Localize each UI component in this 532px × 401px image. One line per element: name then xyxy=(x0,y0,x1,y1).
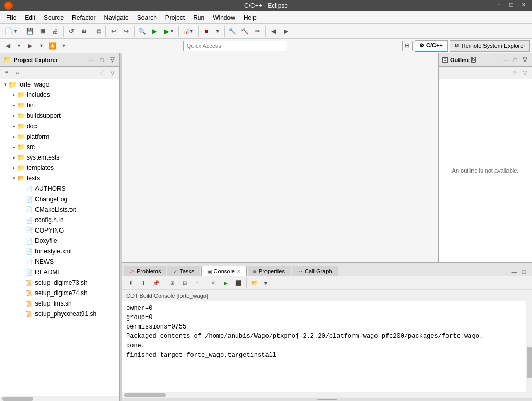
clear-btn[interactable]: ✕ xyxy=(208,277,219,289)
tree-item-copying[interactable]: ▸ 📄 COPYING xyxy=(0,225,119,236)
tree-item-readme[interactable]: ▸ 📄 README xyxy=(0,267,119,277)
tree-item-setup73[interactable]: ▸ 📜 setup_digime73.sh xyxy=(0,277,119,288)
console-maximize-btn[interactable]: □ xyxy=(519,268,528,276)
zoom-in-button[interactable]: 🔍 xyxy=(137,26,148,37)
redo-button[interactable]: ↪ xyxy=(120,26,132,37)
console-output[interactable]: owner=0 group=0 permissions=0755 Package… xyxy=(122,301,526,392)
new-button[interactable]: 📄▼ xyxy=(2,26,20,37)
tree-item-src[interactable]: ▸ 📁 src xyxy=(0,142,119,152)
menu-search[interactable]: Search xyxy=(133,11,161,23)
tools-button3[interactable]: ✏ xyxy=(252,26,263,37)
tab-tasks[interactable]: ✓ Tasks xyxy=(167,266,200,276)
maximize-panel-button[interactable]: □ xyxy=(98,56,106,64)
up-dropdown[interactable]: ▼ xyxy=(59,40,68,52)
back-history-button[interactable]: ◁ xyxy=(98,68,107,78)
minimize-button[interactable]: − xyxy=(494,1,503,8)
console-btn2[interactable]: ⊟ xyxy=(179,277,190,289)
scroll-up-btn[interactable]: ⬆ xyxy=(138,277,149,289)
link-editor-button[interactable]: ↔ xyxy=(13,68,22,78)
perspective-cpp[interactable]: ⚙ C/C++ xyxy=(415,40,448,52)
tree-item-confighin[interactable]: ▸ 📄 config.h.in xyxy=(0,215,119,225)
console-minimize-btn[interactable]: — xyxy=(510,268,518,276)
print-button[interactable]: 🖨 xyxy=(50,26,61,37)
outline-toolbar-btn2[interactable]: ▽ xyxy=(521,68,530,78)
toggle-systemtests[interactable]: ▸ xyxy=(10,154,17,161)
tree-item-news[interactable]: ▸ 📄 NEWS xyxy=(0,257,119,267)
tree-item-platform[interactable]: ▸ 📁 platform xyxy=(0,131,119,142)
toggle-tests[interactable]: ▾ xyxy=(10,175,17,181)
tree-item-tests[interactable]: ▾ 📂 tests xyxy=(0,173,119,184)
toggle-forte-wago[interactable]: ▾ xyxy=(2,81,8,88)
outline-toolbar-btn1[interactable]: ⟳ xyxy=(510,68,519,78)
view-menu-button[interactable]: ▽ xyxy=(108,56,116,64)
tools-button1[interactable]: 🔧 xyxy=(227,26,238,37)
menu-run[interactable]: Run xyxy=(189,11,209,23)
console-btn5[interactable]: ⬛ xyxy=(233,277,244,289)
tools-button2[interactable]: 🔨 xyxy=(239,26,251,37)
open-type-button[interactable]: ▤ xyxy=(94,26,103,37)
view-menu-btn2[interactable]: ▽ xyxy=(108,68,117,78)
tab-console[interactable]: ▣ Console ✕ xyxy=(201,266,247,276)
tree-item-setupphycore[interactable]: ▸ 📜 setup_phycoreat91.sh xyxy=(0,309,119,319)
console-hscroll[interactable] xyxy=(122,392,532,398)
toggle-templates[interactable]: ▸ xyxy=(10,165,17,171)
tree-item-includes[interactable]: ▸ 📁 Includes xyxy=(0,90,119,100)
properties-button[interactable]: ⊞ xyxy=(78,26,90,37)
tree-item-bin[interactable]: ▸ 📁 bin xyxy=(0,100,119,111)
quick-access-input[interactable] xyxy=(183,41,287,51)
tree-item-cmakelists[interactable]: ▸ 📄 CMakeLists.txt xyxy=(0,204,119,215)
tree-item-authors[interactable]: ▸ 📄 AUTHORS xyxy=(0,184,119,194)
back-button[interactable]: ◀ xyxy=(2,40,14,52)
collapse-all-button[interactable]: ≡ xyxy=(2,68,11,78)
console-vscroll[interactable] xyxy=(526,301,532,392)
tab-properties[interactable]: ≡ Properties xyxy=(248,266,291,276)
menu-project[interactable]: Project xyxy=(161,11,189,23)
menu-refactor[interactable]: Refactor xyxy=(68,11,100,23)
menu-navigate[interactable]: Navigate xyxy=(100,11,132,23)
perspective-remote[interactable]: 🖥 Remote System Explorer xyxy=(450,40,530,52)
pin-btn[interactable]: 📌 xyxy=(150,277,162,289)
scroll-down-btn[interactable]: ⬇ xyxy=(125,277,137,289)
menu-help[interactable]: Help xyxy=(239,11,261,23)
console-btn4[interactable]: ▶ xyxy=(220,277,232,289)
toggle-buildsupport[interactable]: ▸ xyxy=(10,113,17,119)
nav-prev[interactable]: ◀ xyxy=(268,26,280,37)
stop-dropdown[interactable]: ▼ xyxy=(213,26,222,37)
tree-item-systemtests[interactable]: ▸ 📁 systemtests xyxy=(0,152,119,163)
menu-window[interactable]: Window xyxy=(209,11,239,23)
tree-item-setuplms[interactable]: ▸ 📜 setup_lms.sh xyxy=(0,298,119,309)
hscroll[interactable] xyxy=(0,396,119,401)
run-dropdown[interactable]: ▶▼ xyxy=(162,26,176,37)
toggle-doc[interactable]: ▸ xyxy=(10,123,17,129)
outline-menu[interactable]: ▽ xyxy=(521,56,529,64)
tree-item-doc[interactable]: ▸ 📁 doc xyxy=(0,121,119,131)
menu-edit[interactable]: Edit xyxy=(20,11,40,23)
open-perspective-button[interactable]: ⊞ xyxy=(402,41,413,51)
tree-item-buildsupport[interactable]: ▸ 📁 buildsupport xyxy=(0,111,119,121)
up-button[interactable]: 🔼 xyxy=(47,40,58,52)
tree-item-forte-wago[interactable]: ▾ 📁 forte_wago xyxy=(0,79,119,90)
console-tab-close[interactable]: ✕ xyxy=(237,269,241,274)
console-sash[interactable] xyxy=(122,398,532,401)
stop-button[interactable]: ■ xyxy=(201,26,212,37)
tree-item-templates[interactable]: ▸ 📁 templates xyxy=(0,163,119,173)
tree-item-setup74[interactable]: ▸ 📜 setup_digime74.sh xyxy=(0,288,119,298)
toggle-platform[interactable]: ▸ xyxy=(10,133,17,140)
refresh-button[interactable]: ↺ xyxy=(66,26,77,37)
outline-maximize[interactable]: □ xyxy=(511,56,519,64)
console-btn3[interactable]: ≡ xyxy=(191,277,203,289)
toggle-includes[interactable]: ▸ xyxy=(10,92,17,98)
toggle-bin[interactable]: ▸ xyxy=(10,102,17,108)
nav-next[interactable]: ▶ xyxy=(281,26,292,37)
outline-minimize[interactable]: — xyxy=(502,56,510,64)
tree-item-changelog[interactable]: ▸ 📄 ChangeLog xyxy=(0,194,119,204)
save-button[interactable]: 💾 xyxy=(25,26,36,37)
console-dropdown[interactable]: ▼ xyxy=(261,277,270,289)
console-btn1[interactable]: ⊞ xyxy=(166,277,178,289)
close-button[interactable]: × xyxy=(519,1,528,8)
menu-file[interactable]: File xyxy=(2,11,20,23)
menu-source[interactable]: Source xyxy=(40,11,68,23)
back-dropdown[interactable]: ▼ xyxy=(15,40,23,52)
undo-button[interactable]: ↩ xyxy=(108,26,119,37)
tab-callgraph[interactable]: ⋯ Call Graph xyxy=(292,266,338,276)
